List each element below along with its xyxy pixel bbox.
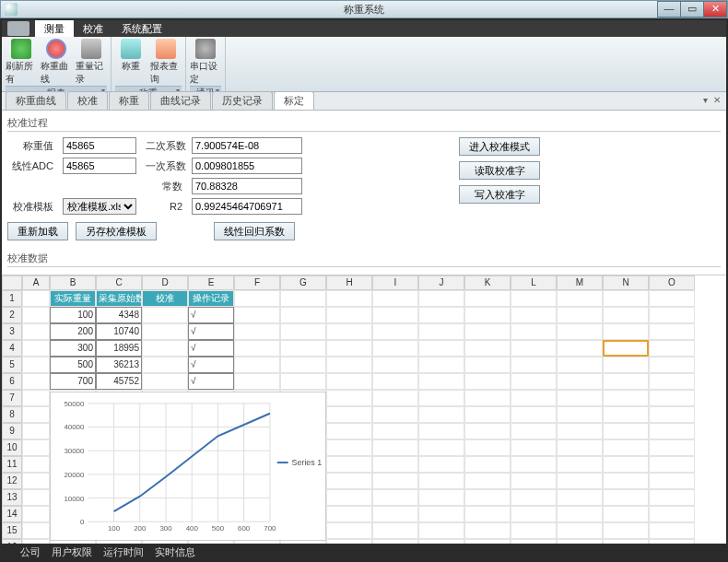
- cell[interactable]: [22, 522, 50, 539]
- cell[interactable]: [603, 456, 649, 473]
- col-header[interactable]: L: [511, 275, 557, 290]
- cell[interactable]: [372, 340, 418, 357]
- cell[interactable]: [557, 357, 603, 373]
- cell[interactable]: [326, 439, 372, 456]
- cell[interactable]: [464, 406, 511, 423]
- cell[interactable]: [372, 357, 418, 373]
- cell[interactable]: [326, 390, 372, 406]
- cell[interactable]: 校准: [142, 340, 188, 357]
- cell[interactable]: [649, 390, 695, 406]
- cell[interactable]: [22, 506, 50, 522]
- cell[interactable]: [326, 522, 372, 539]
- cell[interactable]: [22, 323, 50, 340]
- cell[interactable]: [280, 357, 326, 373]
- cell[interactable]: [649, 340, 695, 357]
- cell[interactable]: 实际重量: [50, 290, 96, 307]
- row-header[interactable]: 16: [2, 539, 22, 544]
- cell[interactable]: [603, 522, 649, 539]
- cell[interactable]: [22, 406, 50, 423]
- cell[interactable]: [418, 290, 464, 307]
- col-header[interactable]: K: [464, 275, 511, 290]
- cell[interactable]: [464, 522, 511, 539]
- cell[interactable]: 700: [50, 373, 96, 390]
- cell[interactable]: [372, 473, 418, 489]
- doc-tab-5[interactable]: 标定: [274, 91, 314, 110]
- saveas-button[interactable]: 另存校准模板: [76, 222, 157, 240]
- cell[interactable]: [22, 373, 50, 390]
- cell[interactable]: [557, 522, 603, 539]
- menu-2[interactable]: 系统配置: [112, 20, 171, 38]
- doc-tab-2[interactable]: 称重: [109, 91, 149, 110]
- tabs-menu-icon[interactable]: ▾: [703, 95, 708, 105]
- cell[interactable]: [464, 439, 511, 456]
- row-header[interactable]: 3: [2, 323, 22, 340]
- cell[interactable]: √: [188, 340, 234, 357]
- cell[interactable]: [372, 506, 418, 522]
- cell[interactable]: [372, 439, 418, 456]
- cell[interactable]: √: [188, 357, 234, 373]
- cell[interactable]: [511, 340, 557, 357]
- cell[interactable]: [557, 390, 603, 406]
- cell[interactable]: [464, 423, 511, 439]
- adc-input[interactable]: [63, 158, 136, 174]
- cell[interactable]: [418, 390, 464, 406]
- col-header[interactable]: C: [96, 275, 142, 290]
- cell[interactable]: [649, 323, 695, 340]
- cell[interactable]: [326, 323, 372, 340]
- row-header[interactable]: 13: [2, 489, 22, 506]
- cell[interactable]: [326, 290, 372, 307]
- row-header[interactable]: 10: [2, 439, 22, 456]
- cell[interactable]: √: [188, 307, 234, 323]
- doc-tab-1[interactable]: 校准: [67, 91, 108, 110]
- cell[interactable]: √: [188, 323, 234, 340]
- cell[interactable]: [557, 323, 603, 340]
- weight-input[interactable]: [63, 137, 136, 154]
- cell[interactable]: [22, 439, 50, 456]
- cell[interactable]: [326, 373, 372, 390]
- coef2-input[interactable]: [192, 137, 302, 154]
- cell[interactable]: 校准: [142, 290, 188, 307]
- cell[interactable]: [22, 307, 50, 323]
- cell[interactable]: [511, 406, 557, 423]
- cell[interactable]: [234, 290, 280, 307]
- cell[interactable]: [649, 406, 695, 423]
- cell[interactable]: [649, 539, 695, 544]
- cell[interactable]: [418, 340, 464, 357]
- cell[interactable]: [372, 539, 418, 544]
- cell[interactable]: 300: [50, 340, 96, 357]
- row-header[interactable]: 15: [2, 522, 22, 539]
- cell[interactable]: [280, 323, 326, 340]
- cell[interactable]: 操作记录: [188, 290, 234, 307]
- cell[interactable]: 校准: [142, 323, 188, 340]
- cell[interactable]: [372, 522, 418, 539]
- cell[interactable]: [603, 439, 649, 456]
- read-calib-button[interactable]: 读取校准字: [459, 161, 540, 180]
- doc-tab-4[interactable]: 历史记录: [212, 91, 273, 110]
- cell[interactable]: [326, 489, 372, 506]
- cell[interactable]: [511, 489, 557, 506]
- cell[interactable]: [372, 373, 418, 390]
- cell[interactable]: 45752: [96, 373, 142, 390]
- col-header[interactable]: [2, 275, 22, 290]
- cell[interactable]: [22, 357, 50, 373]
- cell[interactable]: [649, 473, 695, 489]
- cell[interactable]: [649, 423, 695, 439]
- cell[interactable]: [326, 506, 372, 522]
- ribbon-btn-2-0[interactable]: 串口设定: [190, 39, 221, 86]
- cell[interactable]: [603, 473, 649, 489]
- cell[interactable]: [418, 307, 464, 323]
- cell[interactable]: 校准: [142, 307, 188, 323]
- cell[interactable]: [418, 456, 464, 473]
- cell[interactable]: [603, 489, 649, 506]
- cell[interactable]: [511, 290, 557, 307]
- ribbon-btn-0-1[interactable]: 称重曲线: [41, 39, 72, 86]
- doc-tab-0[interactable]: 称重曲线: [6, 91, 66, 110]
- const-input[interactable]: [192, 178, 302, 194]
- row-header[interactable]: 2: [2, 307, 22, 323]
- cell[interactable]: 200: [50, 323, 96, 340]
- cell[interactable]: [464, 506, 511, 522]
- cell[interactable]: [511, 506, 557, 522]
- row-header[interactable]: 8: [2, 406, 22, 423]
- col-header[interactable]: E: [188, 275, 234, 290]
- cell[interactable]: [557, 423, 603, 439]
